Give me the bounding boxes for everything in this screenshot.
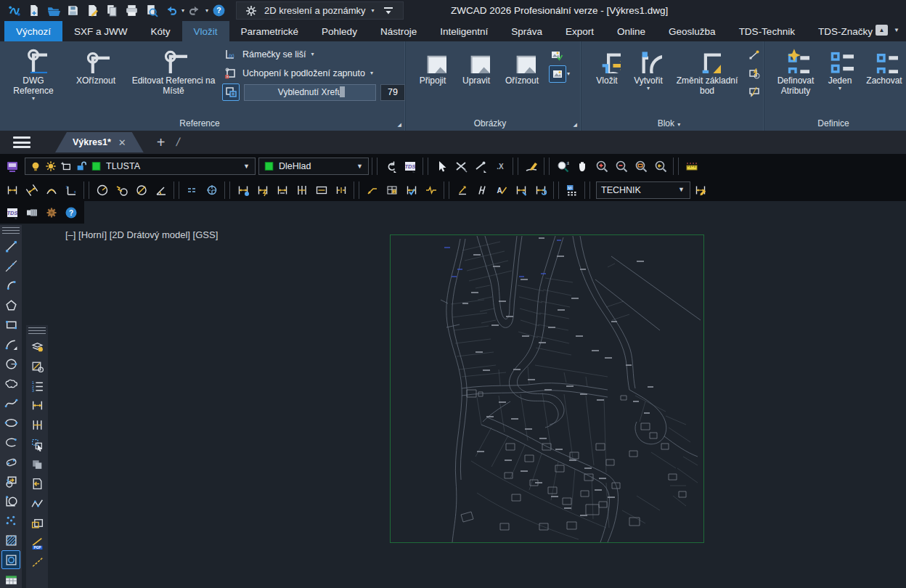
define-attributes-button[interactable]: Definovat Atributy <box>768 44 823 96</box>
workspace-caret-icon[interactable]: ▾ <box>370 8 375 14</box>
layer-manager-button[interactable] <box>2 157 22 176</box>
save-as-button[interactable] <box>83 1 102 20</box>
table-button[interactable] <box>1 570 20 588</box>
layer-combo[interactable]: TLUSTA ▼ <box>25 158 256 175</box>
tab-nastroje[interactable]: Nástroje <box>369 21 428 41</box>
revcloud-button[interactable] <box>1 374 20 393</box>
tab-parametricke[interactable]: Parametrické <box>229 21 311 41</box>
toolbar-drag-handle[interactable] <box>2 227 20 234</box>
edit-image-button[interactable]: Upravit <box>454 44 498 86</box>
underlay-snap-control[interactable]: Uchopení k podložení zapnuto ▾ <box>222 64 405 83</box>
dim-jog-line-button[interactable] <box>421 181 441 200</box>
copy-block-button[interactable] <box>28 454 46 473</box>
single-attribute-button[interactable]: Jeden ▾ <box>823 44 857 91</box>
insert-block-small-button[interactable] <box>1 472 20 491</box>
dim-style-caret-icon[interactable]: ▼ <box>677 187 685 193</box>
dim-stack-button[interactable] <box>292 181 311 200</box>
layer-combo-caret-icon[interactable]: ▼ <box>242 163 250 170</box>
sketch-line-button[interactable] <box>28 552 46 571</box>
help-button[interactable]: ? <box>209 1 229 20</box>
xref-frames-control[interactable]: (x) Rámečky se liší ▾ <box>222 45 405 64</box>
new-tab-button[interactable]: + <box>157 134 166 151</box>
dim-table-button[interactable]: 1 <box>382 181 401 200</box>
quick-select-button[interactable] <box>28 435 46 454</box>
dim-break-button[interactable] <box>331 181 351 200</box>
construction-line-button[interactable] <box>1 256 20 275</box>
dim-boxed-button[interactable] <box>311 181 331 200</box>
tab-tds-znacky[interactable]: TDS-Značky <box>807 21 884 41</box>
attach-image-button[interactable]: Připojit <box>411 44 454 86</box>
dim-quick-button[interactable] <box>253 181 272 200</box>
tab-vlozit[interactable]: Vložit <box>182 21 229 41</box>
arc-polyline-button[interactable] <box>1 276 20 295</box>
dwg-reference-button[interactable]: DWG DWG Reference ▾ <box>3 44 64 102</box>
multiple-points-button[interactable] <box>1 511 20 530</box>
xref-drawing[interactable] <box>390 234 704 543</box>
ribbon-options-caret-icon[interactable]: ▼ <box>893 28 900 33</box>
panel-expander-icon[interactable]: ◢ <box>574 122 577 128</box>
block-node-edit-icon[interactable] <box>746 47 762 63</box>
dim-slant-button[interactable] <box>472 181 491 200</box>
make-block-small-button[interactable] <box>1 491 20 510</box>
tab-sprava[interactable]: Správa <box>499 21 554 41</box>
dim-update-button[interactable] <box>511 181 531 200</box>
dim-check-button[interactable] <box>401 181 421 200</box>
extend-button[interactable] <box>470 157 490 176</box>
dim-centerline-button[interactable] <box>182 181 202 200</box>
zoom-previous-button[interactable] <box>650 157 670 176</box>
copy-button[interactable] <box>102 1 122 20</box>
open-file-button[interactable] <box>44 1 63 20</box>
boundary-region-button[interactable] <box>1 550 20 569</box>
dim-jogged-button[interactable] <box>112 181 131 200</box>
extract-data-button[interactable] <box>28 474 46 493</box>
tab-inteligentni[interactable]: Inteligentní <box>428 21 499 41</box>
tab-pohledy[interactable]: Pohledy <box>310 21 369 41</box>
circle-radius-button[interactable] <box>1 354 20 373</box>
measure-button[interactable] <box>682 157 701 176</box>
dim-continue-button[interactable] <box>233 181 253 200</box>
dim-arc-length-button[interactable] <box>41 181 61 200</box>
spline-button[interactable] <box>1 393 20 412</box>
sketch-pencil-button[interactable] <box>521 157 541 176</box>
color-combo-caret-icon[interactable]: ▼ <box>356 163 364 170</box>
image-quality-icon[interactable] <box>549 47 565 63</box>
dim-diameter-button[interactable] <box>131 181 151 200</box>
new-file-button[interactable] <box>24 1 44 20</box>
clip-image-button[interactable]: Oříznout <box>498 44 546 86</box>
drawing-area[interactable]: 123PGP [–] [Horní] [2D Drátový model] [G… <box>0 224 906 588</box>
document-tab[interactable]: Výkres1* ✕ <box>55 132 144 152</box>
app-logo-icon[interactable] <box>4 1 24 20</box>
tab-sxf-a-jww[interactable]: SXF a JWW <box>62 21 139 41</box>
workspace-switcher[interactable]: 2D kreslení a poznámky ▾ <box>236 1 403 20</box>
insert-block-button[interactable]: Vložit <box>588 44 626 86</box>
xref-fade-icon[interactable] <box>222 83 240 101</box>
bolt-button[interactable] <box>22 203 41 222</box>
select-arrow-button[interactable] <box>431 157 451 176</box>
print-preview-button[interactable] <box>142 1 161 20</box>
arc-button[interactable] <box>1 335 20 354</box>
polyline-edit-button[interactable] <box>28 494 46 513</box>
keep-attributes-button[interactable]: Zachovat <box>857 44 906 86</box>
redo-button[interactable] <box>185 1 205 20</box>
xref-fade-slider-thumb[interactable] <box>340 86 345 97</box>
tab-geosluzba[interactable]: Geoslužba <box>657 21 727 41</box>
ribbon-collapse-button[interactable]: ▲ <box>876 25 888 36</box>
dim-leader-button[interactable] <box>362 181 382 200</box>
minimize-ribbon-icon[interactable] <box>380 3 396 19</box>
create-block-button[interactable]: Vytvořit ▾ <box>626 44 671 91</box>
viewport-controls[interactable]: [–] [Horní] [2D Drátový model] [GSS] <box>65 229 218 240</box>
dim-linear-button[interactable] <box>2 181 22 200</box>
color-combo[interactable]: DleHlad ▼ <box>258 158 369 175</box>
tab-koty[interactable]: Kóty <box>139 21 182 41</box>
hatch-button[interactable] <box>1 531 20 550</box>
dim-aligned-button[interactable] <box>22 181 41 200</box>
close-tab-icon[interactable]: ✕ <box>118 137 126 148</box>
dim-radius-button[interactable] <box>92 181 112 200</box>
menu-icon[interactable] <box>13 136 30 148</box>
xref-fade-slider[interactable]: Vyblednutí Xrefu <box>244 84 376 101</box>
dim-ordinate-button[interactable]: yx <box>61 181 81 200</box>
ellipse-arc-button[interactable] <box>1 433 20 452</box>
rectangle-button[interactable] <box>1 315 20 334</box>
dim-center-mark-button[interactable] <box>202 181 221 200</box>
zoom-in-button[interactable] <box>592 157 611 176</box>
